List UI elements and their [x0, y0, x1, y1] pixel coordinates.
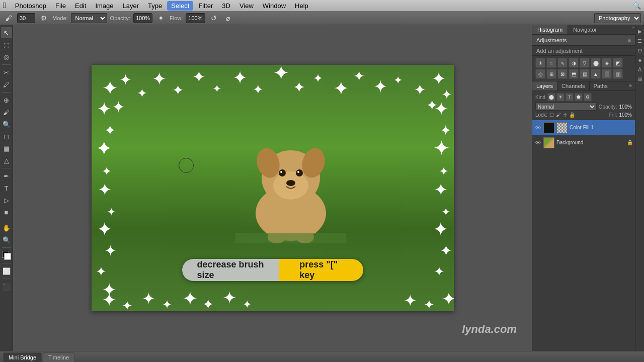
path-selection-tool[interactable]: ▷	[1, 195, 12, 206]
adj-selective-icon[interactable]: ▥	[613, 69, 623, 79]
brush-tool-icon[interactable]: 🖌	[3, 13, 14, 24]
side-icon-4[interactable]: ◈	[636, 56, 644, 64]
side-icon-6[interactable]: ⊞	[636, 75, 644, 83]
adj-colorsub-icon[interactable]: ⊠	[557, 69, 568, 79]
workspace-select[interactable]: Photography Essentials Design	[594, 13, 641, 23]
adjustments-collapse-icon[interactable]: ≡	[628, 38, 631, 43]
adj-threshold-icon[interactable]: ▲	[591, 69, 601, 79]
adjustments-icons-row: ☀ ≡ ∿ ◑ ▽ ⬤ ◈ ◩ ◎ ⊞ ⊠ ⬒ ▤ ▲ ░ ▥	[532, 56, 635, 81]
tab-navigator[interactable]: Navigator	[568, 25, 602, 34]
kind-icon-adjust[interactable]: ☀	[556, 93, 565, 101]
opacity-label: Opacity:	[110, 15, 130, 21]
side-icon-3[interactable]: ⊡	[636, 46, 644, 54]
tab-timeline[interactable]: Timeline	[43, 352, 74, 362]
eraser-tool[interactable]: ◻	[1, 131, 12, 142]
adj-curves-icon[interactable]: ∿	[557, 58, 568, 68]
blur-tool[interactable]: △	[1, 155, 12, 166]
airbrush-icon[interactable]: ✦	[155, 13, 167, 24]
pen-tool[interactable]: ✒	[1, 170, 12, 182]
layers-tab-layers[interactable]: Layers	[532, 81, 557, 90]
menu-view[interactable]: View	[235, 1, 258, 11]
kind-icon-pixel[interactable]: ⬤	[547, 93, 555, 101]
adj-invert-icon[interactable]: ⬒	[569, 69, 579, 79]
brush-settings-icon[interactable]: ⚙	[38, 13, 49, 24]
menu-image[interactable]: Image	[91, 1, 117, 11]
adj-channelmixer-icon[interactable]: ⊞	[546, 69, 556, 79]
text-tool[interactable]: T	[1, 183, 12, 194]
puppy-image	[235, 113, 346, 243]
hand-tool[interactable]: ✋	[1, 222, 12, 233]
adj-vibrance-icon[interactable]: ▽	[580, 58, 590, 68]
crop-tool[interactable]: ✂	[1, 67, 12, 78]
brush-size-box[interactable]: 30	[17, 13, 35, 23]
adj-bw-icon[interactable]: ◩	[613, 58, 623, 68]
adj-hsl-icon[interactable]: ⬤	[591, 58, 601, 68]
selection-tool[interactable]: ⬚	[1, 39, 12, 50]
layers-tab-channels[interactable]: Channels	[557, 81, 589, 90]
side-icon-2[interactable]: ☰	[636, 37, 644, 45]
layer-eye-background[interactable]: 👁	[534, 139, 541, 146]
flow-value-box[interactable]: 100%	[186, 13, 205, 23]
adj-exposure-icon[interactable]: ◑	[569, 58, 579, 68]
menu-3d[interactable]: 3D	[218, 1, 234, 11]
shape-tool[interactable]: ■	[1, 207, 12, 218]
menu-window[interactable]: Window	[259, 1, 290, 11]
search-icon[interactable]: 🔍	[633, 2, 641, 10]
blending-mode-select[interactable]: Normal Multiply	[535, 103, 597, 111]
lasso-tool[interactable]: ◎	[1, 51, 12, 62]
zoom-tool[interactable]: 🔍	[1, 234, 12, 245]
lock-icon-move[interactable]: ✛	[563, 112, 567, 118]
layer-item-background[interactable]: 👁 Background 🔒	[532, 135, 635, 150]
lock-icon-brush[interactable]: 🖌	[556, 112, 561, 118]
adj-posterize-icon[interactable]: ▤	[580, 69, 590, 79]
layers-collapse-icon[interactable]: ≡	[626, 81, 635, 90]
menu-edit[interactable]: Edit	[71, 1, 90, 11]
kind-icon-type[interactable]: T	[566, 93, 574, 101]
foreground-color[interactable]	[1, 250, 12, 261]
move-tool[interactable]: ↖	[1, 27, 12, 38]
adj-colorbalance-icon[interactable]: ◈	[602, 58, 612, 68]
adj-gradient-icon[interactable]: ░	[602, 69, 612, 79]
brush-tool[interactable]: 🖌	[1, 107, 12, 118]
clone-stamp-tool[interactable]: 🔍	[1, 119, 12, 130]
layer-item-colorfill[interactable]: 👁 Color Fill 1	[532, 120, 635, 135]
svg-point-56	[279, 169, 286, 176]
smooth-icon[interactable]: ↺	[208, 13, 219, 24]
angle-icon[interactable]: ⌀	[222, 13, 233, 24]
tab-mini-bridge[interactable]: Mini Bridge	[3, 352, 42, 362]
screen-mode-tool[interactable]: ⬛	[1, 281, 12, 292]
opacity-value-box[interactable]: 100%	[133, 13, 152, 23]
opacity-value: 100%	[136, 15, 150, 21]
lock-icon-all[interactable]: 🔒	[569, 112, 575, 118]
menu-help[interactable]: Help	[291, 1, 312, 11]
tooltip-right-text: press "[" key	[299, 259, 343, 281]
svg-point-59	[297, 171, 299, 173]
tab-histogram[interactable]: Histogram	[532, 25, 568, 34]
brush-size-value: 30	[20, 15, 26, 21]
adj-levels-icon[interactable]: ≡	[546, 58, 556, 68]
layer-eye-colorfill[interactable]: 👁	[534, 124, 541, 131]
gradient-tool[interactable]: ▦	[1, 143, 12, 154]
adj-brightness-icon[interactable]: ☀	[535, 58, 545, 68]
eyedropper-tool[interactable]: 🖊	[1, 79, 12, 90]
kind-icon-smart[interactable]: ⚙	[584, 93, 592, 101]
mode-select[interactable]: Normal Dissolve Multiply	[71, 13, 107, 23]
menu-photoshop[interactable]: Photoshop	[11, 1, 50, 11]
kind-icon-shape[interactable]: ⬟	[575, 93, 583, 101]
layers-tab-paths[interactable]: Paths	[590, 81, 612, 90]
menu-file[interactable]: File	[51, 1, 70, 11]
side-icon-5[interactable]: A	[636, 65, 644, 73]
menu-filter[interactable]: Filter	[194, 1, 217, 11]
toolbar-right: Photography Essentials Design	[594, 13, 641, 23]
adj-photfilter-icon[interactable]: ◎	[535, 69, 545, 79]
lock-icon-check[interactable]: ☐	[549, 112, 554, 118]
fill-label: Fill:	[609, 112, 617, 118]
quick-mask-tool[interactable]: ⬜	[1, 265, 12, 277]
menu-layer[interactable]: Layer	[119, 1, 143, 11]
apple-logo-icon[interactable]: 	[3, 1, 6, 10]
menu-type[interactable]: Type	[144, 1, 166, 11]
menu-select[interactable]: Select	[167, 1, 193, 11]
side-icon-1[interactable]: ▶	[636, 27, 644, 35]
canvas-wrapper[interactable]: ✦ ✦ ✦ ✦ ✦ ✦ ✦ ✦ ✦ ✦ ✦ ✦ ✦ ✦ ✦ ✦ ✦ ✦ ✦ ✦	[92, 65, 454, 311]
healing-brush-tool[interactable]: ⊕	[1, 95, 12, 106]
